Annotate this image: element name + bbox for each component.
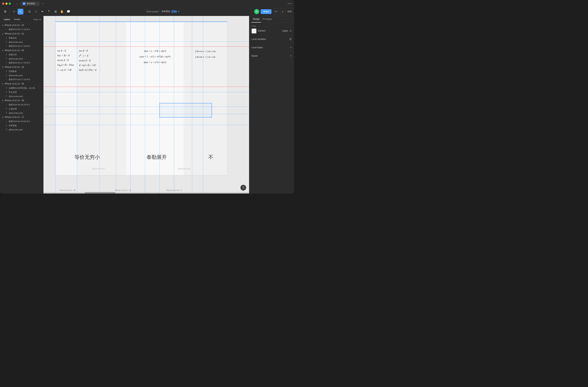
list-item[interactable]: T @hluvmiku.tech: [0, 128, 43, 132]
page-opacity-value[interactable]: 100%: [282, 30, 288, 32]
list-item[interactable]: ▪ 截屏2024-04-17 16.48 5: [0, 61, 43, 65]
text-icon: T: [5, 70, 8, 73]
user-avatar[interactable]: C: [254, 9, 259, 14]
equiv-label: 等价无穷小: [55, 154, 119, 161]
project-name[interactable]: 考研壁纸: [161, 10, 170, 13]
local-styles-label[interactable]: Local styles: [252, 46, 263, 49]
taylor-section: sinx = x − x³/6 + o(x³) cosx = 1 − x²/2 …: [126, 22, 184, 175]
list-item[interactable]: ▪ 截屏2024-04-17 16.48 5: [0, 77, 43, 82]
toolbar-center: Team project / 考研壁纸 Free ▾: [72, 10, 253, 13]
scrollbar-thumb[interactable]: [84, 192, 115, 193]
page-color-swatch[interactable]: [252, 28, 256, 34]
canvas-area[interactable]: sin x̃ ~ x̃ ln(1 + x̃) ~ x̃ arcsin x̃ ~ …: [43, 16, 249, 193]
grid-icon: ⊞: [1, 99, 4, 102]
list-item[interactable]: T 双曲余弦: [0, 36, 43, 40]
fullscreen-button[interactable]: [9, 2, 11, 5]
list-item[interactable]: T 设函数f(x)在闭区间[a，b]上连...: [0, 86, 43, 90]
taylor-label: 泰勒展开: [119, 154, 194, 161]
assets-tab[interactable]: Assets: [12, 17, 22, 22]
visibility-icon[interactable]: 👁: [289, 30, 292, 32]
integral-formula-line: ∫ dx/sin x = ∫ csc x dx: [186, 54, 225, 60]
text-icon: T: [5, 74, 8, 77]
new-tab-button[interactable]: +: [42, 2, 44, 5]
layer-group-header-40[interactable]: ⊞ iPhone 13 & 14 - 40: [0, 48, 43, 53]
close-button[interactable]: [2, 2, 4, 5]
pen-tool-button[interactable]: ✒: [40, 9, 45, 15]
export-label[interactable]: Export: [252, 55, 258, 57]
list-item[interactable]: T 有界最值: [0, 123, 43, 128]
page-color-value[interactable]: F5F5F5: [258, 30, 281, 32]
layer-group-20: ⊞ iPhone 13 & 14 - 20 ▪ 截屏2024-04-17 16.…: [0, 23, 43, 32]
layer-item-label: 截屏2024-04-18 09.40 1: [9, 103, 30, 106]
active-tab[interactable]: F 考研壁纸 ×: [21, 1, 40, 6]
project-path[interactable]: Team project: [146, 10, 159, 13]
text-tool-button[interactable]: T: [46, 9, 52, 15]
move-tool-button[interactable]: ⊹: [11, 9, 17, 15]
zoom-level[interactable]: 92%: [288, 10, 292, 13]
group-label-36: iPhone 13 & 14 - 36: [5, 99, 42, 102]
local-variables-settings-button[interactable]: ⚙: [289, 38, 292, 41]
page-section: Page F5F5F5 100% 👁: [252, 25, 292, 34]
list-item[interactable]: ▪ 截屏2024-04-18 09.38 1: [0, 119, 43, 123]
layer-group-40: ⊞ iPhone 13 & 14 - 40 T 双曲正弦 T @hluvmiku…: [0, 48, 43, 65]
design-tab[interactable]: Design: [252, 16, 261, 23]
horizontal-scrollbar[interactable]: [43, 192, 249, 193]
text-icon: T: [5, 95, 8, 98]
frame-tool-button[interactable]: ⊡: [26, 9, 32, 15]
list-item[interactable]: T @hluvmiku.tech: [0, 94, 43, 98]
list-item[interactable]: T @hluvmiku.tech: [0, 73, 43, 77]
home-icon[interactable]: ⌂: [15, 1, 19, 6]
add-local-style-button[interactable]: +: [290, 46, 292, 49]
dropdown-icon[interactable]: ▾: [178, 10, 179, 13]
layer-group-header-36[interactable]: ⊞ iPhone 13 & 14 - 36: [0, 98, 43, 103]
layer-group-header-20[interactable]: ⊞ iPhone 13 & 14 - 20: [0, 23, 43, 27]
select-tool-button[interactable]: ↖: [18, 9, 23, 15]
local-variables-row: Local variables ⚙: [252, 36, 292, 42]
integral-formula-block: ∫ dx/cos x = ∫ sec x dx ∫ dx/sin x = ∫ c…: [184, 22, 227, 60]
help-button[interactable]: ?: [240, 185, 246, 191]
comment-tool-button[interactable]: 💬: [65, 9, 71, 15]
traffic-lights: [2, 2, 11, 5]
list-item[interactable]: ▪ 截屏2024-04-17 16.48 5: [0, 44, 43, 48]
add-export-button[interactable]: +: [290, 54, 292, 57]
local-styles-section: Local styles +: [252, 45, 292, 50]
hand-tool-button[interactable]: ✋: [59, 9, 65, 15]
list-item[interactable]: T 介值定理: [0, 107, 43, 111]
formula-line: tan x̃ ~ x̃: [79, 48, 133, 53]
devmode-button[interactable]: </>: [273, 9, 279, 15]
list-item[interactable]: ▪ 截屏2024-04-18 09.40 1: [0, 103, 43, 107]
tab-close-icon[interactable]: ×: [37, 3, 38, 5]
layer-group-header-17[interactable]: ⊞ iPhone 13 & 14 - 17: [0, 115, 43, 119]
layer-group-header-38[interactable]: ⊞ iPhone 13 & 14 - 38: [0, 82, 43, 86]
page-selector[interactable]: Page 1 ▾: [33, 18, 41, 21]
list-item[interactable]: ▪ 截屏2024-04-17 16.48 4: [0, 27, 43, 32]
text-icon: T: [5, 124, 8, 127]
minimize-button[interactable]: [5, 2, 8, 5]
layer-item-label: @hluvmiku.tech: [9, 74, 23, 76]
list-item[interactable]: T 零点定理: [0, 90, 43, 94]
share-button[interactable]: Share: [261, 9, 272, 14]
window-menu-icon[interactable]: •••: [288, 2, 292, 5]
zoom-control[interactable]: 92%: [288, 10, 292, 13]
list-item[interactable]: T 压缩映射: [0, 69, 43, 73]
list-item[interactable]: T @hluvmiku.tech: [0, 40, 43, 44]
component-tool-button[interactable]: ⊞: [53, 9, 58, 15]
text-icon: T: [5, 128, 8, 131]
layer-item-label: 介值定理: [9, 108, 17, 110]
prototype-tab[interactable]: Prototype: [261, 16, 273, 23]
layers-tab[interactable]: Layers: [2, 17, 12, 22]
list-item[interactable]: T @hluvmiku.tech: [0, 111, 43, 115]
local-variables-label[interactable]: Local variables: [252, 38, 266, 41]
shape-tool-button[interactable]: □: [33, 9, 39, 15]
layer-group-header-19[interactable]: ⊞ iPhone 13 & 14 - 19: [0, 65, 43, 69]
present-button[interactable]: ▷: [280, 9, 286, 15]
menu-tool-button[interactable]: ⊞: [2, 9, 8, 15]
canvas-frames: sin x̃ ~ x̃ ln(1 + x̃) ~ x̃ arcsin x̃ ~ …: [43, 16, 249, 193]
list-item[interactable]: T 双曲正弦: [0, 53, 43, 57]
layer-group-header-41[interactable]: ⊞ iPhone 13 & 14 - 41: [0, 32, 43, 36]
layer-item-label: 有界最值: [9, 124, 17, 127]
taylor-formula-line: tanx = x + x³/3 + o(x³): [129, 60, 181, 65]
grid-icon: ⊞: [1, 49, 4, 52]
titlebar: ⌂ F 考研壁纸 × + •••: [0, 0, 294, 7]
list-item[interactable]: T @hluvmiku.tech: [0, 57, 43, 61]
